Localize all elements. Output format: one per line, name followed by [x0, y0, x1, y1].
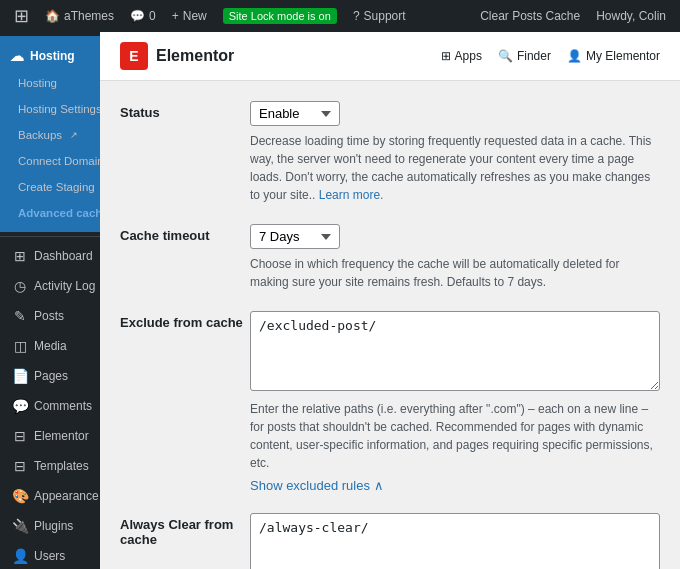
elementor-header: E Elementor ⊞ Apps 🔍 Finder 👤 My Element… [100, 32, 680, 81]
sidebar-item-pages[interactable]: 📄 Pages [0, 361, 100, 391]
sidebar-item-create-staging[interactable]: Create Staging ↗ [0, 174, 100, 200]
admin-bar-right: Clear Posts Cache Howdy, Colin [474, 9, 672, 23]
sidebar-item-elementor-label: Elementor [34, 429, 89, 443]
chevron-up-icon: ∧ [374, 478, 384, 493]
new-label: New [183, 9, 207, 23]
cache-timeout-description: Choose in which frequency the cache will… [250, 255, 660, 291]
sidebar-item-appearance[interactable]: 🎨 Appearance [0, 481, 100, 511]
always-clear-content: /always-clear/ Enter relative URL paths … [250, 513, 660, 569]
elementor-logo-icon: E [120, 42, 148, 70]
cache-timeout-select[interactable]: 7 Days 1 Day 3 Days 14 Days 30 Days [250, 224, 340, 249]
sidebar-item-users-label: Users [34, 549, 65, 563]
exclude-cache-section: Exclude from cache /excluded-post/ Enter… [120, 311, 660, 493]
support-label: Support [364, 9, 406, 23]
layout: ☁ Hosting Hosting Hosting Settings ↗ Bac… [0, 32, 680, 569]
clear-posts-cache-label: Clear Posts Cache [480, 9, 580, 23]
elementor-finder-button[interactable]: 🔍 Finder [498, 49, 551, 63]
sidebar-item-connect-domain[interactable]: Connect Domain ↗ [0, 148, 100, 174]
posts-icon: ✎ [12, 308, 28, 324]
sidebar-item-posts-label: Posts [34, 309, 64, 323]
site-name-icon: 🏠 [45, 9, 60, 23]
notifications-button[interactable]: 💬 0 [124, 0, 162, 32]
main-content: E Elementor ⊞ Apps 🔍 Finder 👤 My Element… [100, 32, 680, 569]
wp-logo-button[interactable]: ⊞ [8, 0, 35, 32]
sidebar-item-create-staging-label: Create Staging [18, 181, 95, 193]
exclude-cache-content: /excluded-post/ Enter the relative paths… [250, 311, 660, 493]
sidebar-item-templates[interactable]: ⊟ Templates [0, 451, 100, 481]
admin-bar: ⊞ 🏠 aThemes 💬 0 + New Site Lock mode is … [0, 0, 680, 32]
show-excluded-rules-button[interactable]: Show excluded rules ∧ [250, 478, 384, 493]
sidebar-item-dashboard-label: Dashboard [34, 249, 93, 263]
sidebar-item-hosting[interactable]: Hosting [0, 70, 100, 96]
dashboard-icon: ⊞ [12, 248, 28, 264]
status-description-text: Decrease loading time by storing frequen… [250, 134, 651, 202]
sidebar-item-advanced-caching[interactable]: Advanced caching [0, 200, 100, 226]
media-icon: ◫ [12, 338, 28, 354]
templates-icon: ⊟ [12, 458, 28, 474]
elementor-icon: ⊟ [12, 428, 28, 444]
sidebar-item-hosting-header[interactable]: ☁ Hosting [0, 42, 100, 70]
sidebar-item-plugins-label: Plugins [34, 519, 73, 533]
sidebar-item-users[interactable]: 👤 Users [0, 541, 100, 569]
sidebar-divider-1 [0, 236, 100, 237]
status-content: Enable Disable Decrease loading time by … [250, 101, 660, 204]
my-elementor-icon: 👤 [567, 49, 582, 63]
sidebar-item-appearance-label: Appearance [34, 489, 99, 503]
learn-more-link[interactable]: Learn more. [319, 188, 384, 202]
sidebar-item-media-label: Media [34, 339, 67, 353]
howdy-button[interactable]: Howdy, Colin [590, 9, 672, 23]
sidebar-item-activity-log-label: Activity Log [34, 279, 95, 293]
sidebar: ☁ Hosting Hosting Hosting Settings ↗ Bac… [0, 32, 100, 569]
pages-icon: 📄 [12, 368, 28, 384]
always-clear-label: Always Clear from cache [120, 513, 250, 547]
sidebar-item-comments-label: Comments [34, 399, 92, 413]
finder-search-icon: 🔍 [498, 49, 513, 63]
show-rules-label: Show excluded rules [250, 478, 370, 493]
exclude-cache-label: Exclude from cache [120, 311, 250, 330]
notifications-count: 0 [149, 9, 156, 23]
sidebar-item-backups[interactable]: Backups ↗ [0, 122, 100, 148]
sidebar-item-hosting-settings[interactable]: Hosting Settings ↗ [0, 96, 100, 122]
sidebar-item-pages-label: Pages [34, 369, 68, 383]
sidebar-item-activity-log[interactable]: ◷ Activity Log [0, 271, 100, 301]
support-button[interactable]: ? Support [347, 0, 412, 32]
exclude-cache-textarea[interactable]: /excluded-post/ [250, 311, 660, 391]
wp-icon: ⊞ [14, 5, 29, 27]
elementor-apps-button[interactable]: ⊞ Apps [441, 49, 482, 63]
apps-label: Apps [455, 49, 482, 63]
elementor-logo-text: Elementor [156, 47, 234, 65]
sidebar-item-comments[interactable]: 💬 Comments [0, 391, 100, 421]
cache-timeout-content: 7 Days 1 Day 3 Days 14 Days 30 Days Choo… [250, 224, 660, 291]
external-link-icon-2: ↗ [70, 130, 78, 140]
appearance-icon: 🎨 [12, 488, 28, 504]
page-content: Status Enable Disable Decrease loading t… [100, 81, 680, 569]
sidebar-item-hosting-label: Hosting [18, 77, 57, 89]
status-description: Decrease loading time by storing frequen… [250, 132, 660, 204]
sidebar-item-plugins[interactable]: 🔌 Plugins [0, 511, 100, 541]
sidebar-item-media[interactable]: ◫ Media [0, 331, 100, 361]
howdy-label: Howdy, Colin [596, 9, 666, 23]
finder-label: Finder [517, 49, 551, 63]
site-name-button[interactable]: 🏠 aThemes [39, 0, 120, 32]
cache-timeout-section: Cache timeout 7 Days 1 Day 3 Days 14 Day… [120, 224, 660, 291]
elementor-my-elementor-button[interactable]: 👤 My Elementor [567, 49, 660, 63]
sidebar-item-elementor[interactable]: ⊟ Elementor [0, 421, 100, 451]
sidebar-item-hosting-settings-label: Hosting Settings [18, 103, 100, 115]
new-button[interactable]: + New [166, 0, 213, 32]
sidebar-item-dashboard[interactable]: ⊞ Dashboard [0, 241, 100, 271]
status-label: Status [120, 101, 250, 120]
users-icon: 👤 [12, 548, 28, 564]
site-name-label: aThemes [64, 9, 114, 23]
always-clear-section: Always Clear from cache /always-clear/ E… [120, 513, 660, 569]
clear-posts-cache-button[interactable]: Clear Posts Cache [474, 9, 586, 23]
site-lock-button[interactable]: Site Lock mode is on [217, 0, 343, 32]
status-select[interactable]: Enable Disable [250, 101, 340, 126]
cache-timeout-label: Cache timeout [120, 224, 250, 243]
elementor-nav: ⊞ Apps 🔍 Finder 👤 My Elementor [441, 49, 660, 63]
always-clear-textarea[interactable]: /always-clear/ [250, 513, 660, 569]
cloud-icon: ☁ [10, 48, 24, 64]
help-icon: ? [353, 9, 360, 23]
sidebar-item-posts[interactable]: ✎ Posts [0, 301, 100, 331]
plus-icon: + [172, 9, 179, 23]
site-lock-label: Site Lock mode is on [223, 8, 337, 24]
